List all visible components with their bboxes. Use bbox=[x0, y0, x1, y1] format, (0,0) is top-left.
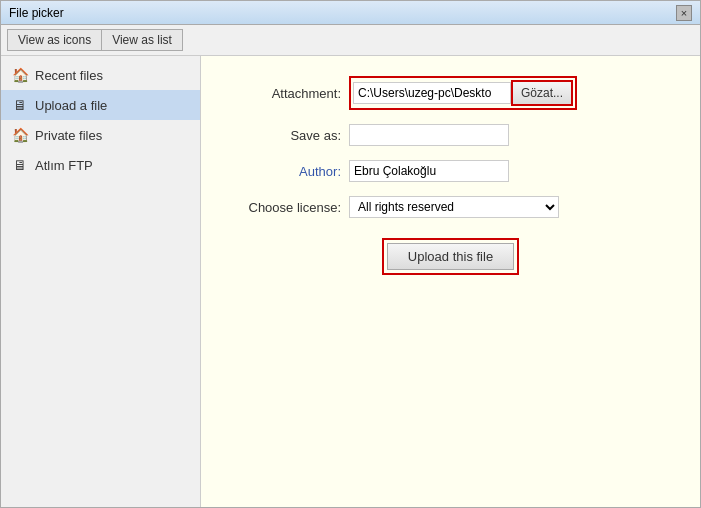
sidebar: 🏠 Recent files 🖥 Upload a file 🏠 Private… bbox=[1, 56, 201, 507]
attachment-group: Gözat... bbox=[349, 76, 577, 110]
attachment-label: Attachment: bbox=[231, 86, 341, 101]
upload-button-row: Upload this file bbox=[231, 238, 670, 275]
close-button[interactable]: × bbox=[676, 5, 692, 21]
author-input[interactable] bbox=[349, 160, 509, 182]
save-as-row: Save as: bbox=[231, 124, 670, 146]
save-as-label: Save as: bbox=[231, 128, 341, 143]
private-files-icon: 🏠 bbox=[11, 126, 29, 144]
upload-button-wrap: Upload this file bbox=[382, 238, 519, 275]
license-row: Choose license: All rights reserved Publ… bbox=[231, 196, 670, 218]
content-area: Attachment: Gözat... Save as: Author: bbox=[201, 56, 700, 507]
upload-button[interactable]: Upload this file bbox=[387, 243, 514, 270]
attachment-row: Attachment: Gözat... bbox=[231, 76, 670, 110]
browse-button[interactable]: Gözat... bbox=[511, 80, 573, 106]
view-icons-button[interactable]: View as icons bbox=[7, 29, 101, 51]
toolbar: View as icons View as list bbox=[1, 25, 700, 56]
main-content: 🏠 Recent files 🖥 Upload a file 🏠 Private… bbox=[1, 56, 700, 507]
sidebar-item-label-ftp: Atlım FTP bbox=[35, 158, 93, 173]
file-picker-window: File picker × View as icons View as list… bbox=[0, 0, 701, 508]
sidebar-item-atlim-ftp[interactable]: 🖥 Atlım FTP bbox=[1, 150, 200, 180]
sidebar-item-private-files[interactable]: 🏠 Private files bbox=[1, 120, 200, 150]
sidebar-item-upload-file[interactable]: 🖥 Upload a file bbox=[1, 90, 200, 120]
attachment-input[interactable] bbox=[353, 82, 511, 104]
upload-form: Attachment: Gözat... Save as: Author: bbox=[231, 76, 670, 275]
window-title: File picker bbox=[9, 6, 64, 20]
view-list-button[interactable]: View as list bbox=[101, 29, 183, 51]
upload-file-icon: 🖥 bbox=[11, 96, 29, 114]
author-row: Author: bbox=[231, 160, 670, 182]
sidebar-item-label-private: Private files bbox=[35, 128, 102, 143]
atlim-ftp-icon: 🖥 bbox=[11, 156, 29, 174]
sidebar-item-label-recent: Recent files bbox=[35, 68, 103, 83]
license-select[interactable]: All rights reserved Public domain CC BY … bbox=[349, 196, 559, 218]
license-label: Choose license: bbox=[231, 200, 341, 215]
sidebar-item-label-upload: Upload a file bbox=[35, 98, 107, 113]
sidebar-item-recent-files[interactable]: 🏠 Recent files bbox=[1, 60, 200, 90]
title-bar: File picker × bbox=[1, 1, 700, 25]
save-as-input[interactable] bbox=[349, 124, 509, 146]
author-label: Author: bbox=[231, 164, 341, 179]
recent-files-icon: 🏠 bbox=[11, 66, 29, 84]
